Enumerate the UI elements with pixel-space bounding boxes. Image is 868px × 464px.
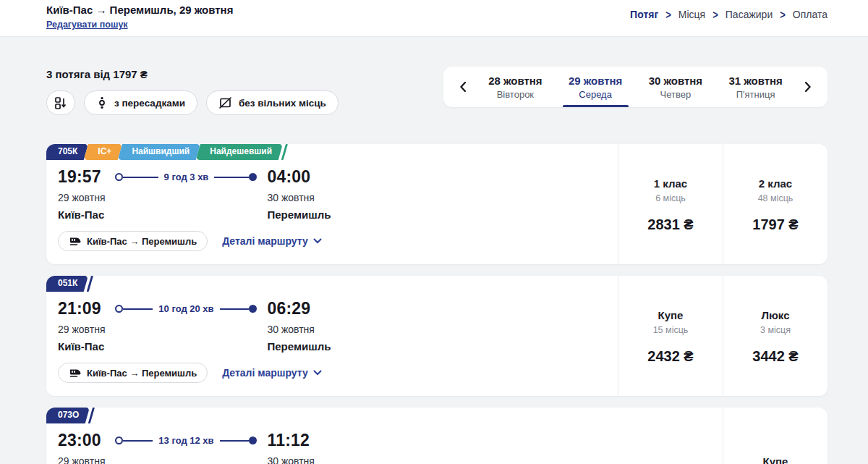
duration-line: 9 год 3 хв [115, 172, 257, 182]
departure-time: 19:57 [58, 167, 105, 187]
sort-button[interactable] [46, 90, 75, 115]
weekday-label: П'ятниця [736, 89, 775, 100]
date-tab-3[interactable]: 31 жовтня П'ятниця [715, 67, 796, 107]
arrival-station: Перемишль [267, 340, 331, 353]
route-details-link[interactable]: Деталі маршруту [222, 235, 322, 247]
date-label: 31 жовтня [728, 75, 782, 87]
class-seats-count: 3 місця [760, 325, 791, 335]
class-price: 2831 ₴ [647, 216, 693, 233]
train-badge: Найдешевший [200, 144, 283, 160]
chevron-right-icon [804, 81, 812, 93]
train-icon [69, 236, 81, 246]
arrival-point-icon [249, 305, 257, 313]
no-free-seats-icon [218, 96, 232, 109]
main-content: 3 потяга від 1797 ₴ з пересадками [0, 67, 868, 464]
duration-label: 9 год 3 хв [164, 172, 209, 182]
weekday-label: Вівторок [497, 89, 534, 100]
train-card: 073О 23:00 13 год 12 хв 11:12 29 жовтня … [46, 408, 827, 464]
card-actions: Київ-Пас → Перемишль Деталі маршруту [58, 231, 606, 251]
train-list: 705КІС+НайшвидшийНайдешевший 19:57 9 год… [46, 144, 827, 464]
breadcrumb-payment[interactable]: Оплата [793, 9, 827, 20]
chevron-right-icon: > [780, 7, 786, 22]
class-price: 2432 ₴ [647, 348, 693, 365]
chevron-down-icon [313, 370, 322, 376]
class-option[interactable]: 2 клас48 місць1797 ₴ [723, 144, 827, 264]
class-price: 1797 ₴ [752, 216, 798, 233]
route-button[interactable]: Київ-Пас → Перемишль [58, 363, 208, 383]
date-picker: 28 жовтня Вівторок 29 жовтня Середа 30 ж… [443, 67, 827, 107]
no-seats-filter-label: без вільних місць [239, 98, 326, 109]
chevron-left-icon [459, 81, 467, 93]
chevron-right-icon: > [712, 7, 718, 22]
breadcrumb-seats[interactable]: Місця [678, 9, 705, 20]
arrival-time: 04:00 [267, 167, 331, 187]
train-badge: 051К [46, 276, 88, 292]
duration-line: 13 год 12 хв [115, 435, 257, 446]
departure-date: 29 жовтня [58, 455, 105, 464]
top-bar: Київ-Пас → Перемишль, 29 жовтня Редагува… [0, 0, 868, 37]
train-card: 705КІС+НайшвидшийНайдешевший 19:57 9 год… [46, 144, 827, 264]
breadcrumb-passengers[interactable]: Пасажири [726, 9, 773, 20]
results-summary: 3 потяга від 1797 ₴ [46, 67, 339, 80]
duration-label: 13 год 12 хв [158, 435, 213, 446]
prev-date-button[interactable] [451, 67, 475, 107]
page-title: Київ-Пас → Перемишль, 29 жовтня [46, 4, 233, 16]
departure-point-icon [115, 173, 123, 181]
badge-row: 705КІС+НайшвидшийНайдешевший [46, 144, 618, 160]
class-options: Купе15 місць2432 ₴Люкс3 місця3442 ₴ [618, 276, 827, 396]
arrival-date: 30 жовтня [267, 192, 331, 203]
class-options: Купе37 місць [723, 408, 827, 464]
date-tab-1[interactable]: 29 жовтня Середа [556, 67, 636, 107]
train-badge: 073О [46, 408, 90, 423]
class-options: 1 клас6 місць2831 ₴2 клас48 місць1797 ₴ [618, 144, 827, 264]
departure-station: Київ-Пас [58, 340, 105, 353]
route-button-label: Київ-Пас → Перемишль [87, 368, 197, 379]
route-button-label: Київ-Пас → Перемишль [87, 236, 197, 247]
class-option[interactable]: Купе37 місць [723, 408, 827, 464]
arrival-station: Перемишль [267, 208, 331, 221]
date-tab-0[interactable]: 28 жовтня Вівторок [475, 67, 556, 107]
class-name: 2 клас [759, 177, 792, 190]
no-seats-filter-button[interactable]: без вільних місць [206, 90, 339, 115]
duration-line: 10 год 20 хв [115, 303, 257, 314]
class-name: 1 клас [654, 177, 687, 190]
class-seats-count: 15 місць [653, 325, 689, 335]
chevron-down-icon [313, 238, 322, 244]
transfers-filter-label: з пересадками [114, 98, 185, 109]
departure-time: 21:09 [58, 299, 105, 319]
duration-label: 10 год 20 хв [158, 303, 213, 314]
breadcrumb-train[interactable]: Потяг [630, 9, 658, 20]
date-label: 30 жовтня [649, 75, 702, 87]
train-icon [69, 368, 81, 378]
filter-bar: з пересадками без вільних місць [46, 90, 339, 115]
sort-icon [54, 96, 67, 109]
edit-search-link[interactable]: Редагувати пошук [46, 20, 128, 30]
class-name: Купе [658, 309, 684, 321]
next-date-button[interactable] [796, 67, 820, 107]
arrival-time: 06:29 [267, 299, 331, 319]
date-label: 28 жовтня [488, 75, 542, 87]
train-badge: ІС+ [88, 144, 122, 160]
route-details-label: Деталі маршруту [222, 367, 308, 379]
transfers-filter-button[interactable]: з пересадками [84, 90, 197, 115]
arrival-date: 30 жовтня [267, 455, 331, 464]
route-button[interactable]: Київ-Пас → Перемишль [58, 231, 208, 251]
class-option[interactable]: 1 клас6 місць2831 ₴ [618, 144, 723, 264]
class-option[interactable]: Купе15 місць2432 ₴ [618, 276, 723, 396]
date-tab-2[interactable]: 30 жовтня Четвер [636, 67, 716, 107]
transfers-icon [96, 96, 108, 109]
departure-point-icon [115, 305, 123, 313]
class-option[interactable]: Люкс3 місця3442 ₴ [723, 276, 827, 396]
arrival-point-icon [249, 436, 257, 444]
departure-station: Київ-Пас [58, 208, 105, 221]
class-price: 3442 ₴ [752, 348, 798, 365]
departure-date: 29 жовтня [58, 324, 105, 335]
class-name: Люкс [762, 309, 790, 321]
class-seats-count: 6 місць [655, 193, 686, 203]
route-details-link[interactable]: Деталі маршруту [222, 367, 322, 379]
train-badge: 705К [46, 144, 88, 160]
weekday-label: Четвер [660, 89, 692, 100]
badge-row: 051К [46, 276, 618, 292]
card-actions: Київ-Пас → Перемишль Деталі маршруту [58, 363, 606, 383]
date-label: 29 жовтня [569, 75, 622, 87]
